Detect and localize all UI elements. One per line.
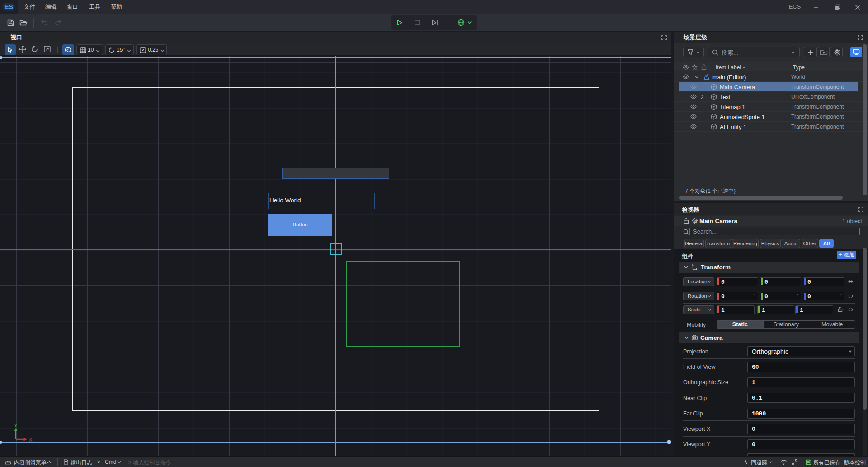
svg-text:X: X	[29, 437, 33, 443]
svg-text:Y: Y	[14, 423, 18, 428]
